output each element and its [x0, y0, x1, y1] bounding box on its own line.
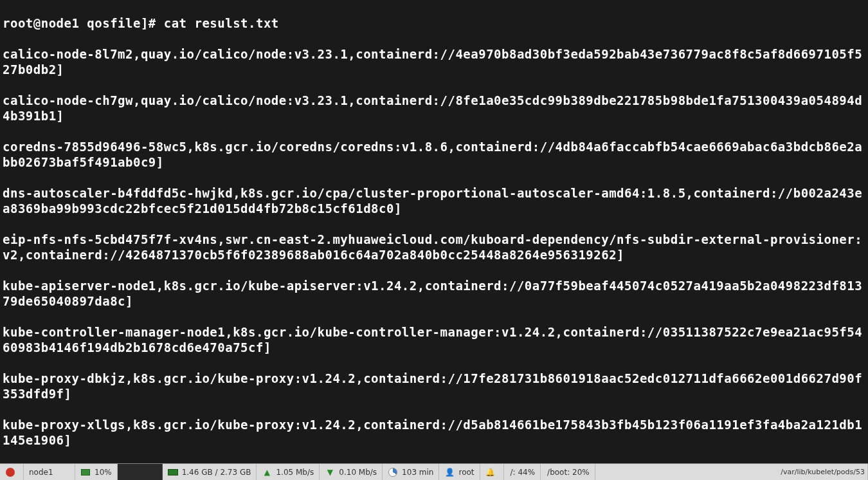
prompt-line: root@node1 qosfile]# cat resulst.txt — [3, 15, 865, 31]
notification-bell[interactable]: 🔔 — [480, 464, 504, 480]
path-display[interactable]: /var/lib/kubelet/pods/53 — [777, 464, 868, 480]
output-line: eip-nfs-nfs-5cbd475f7f-xv4ns,swr.cn-east… — [3, 232, 865, 263]
user-icon: 👤 — [444, 467, 455, 477]
taskbar: node1 10% 1.46 GB / 2.73 GB ▲ 1.05 Mb/s … — [0, 463, 868, 480]
arrow-down-icon: ▼ — [325, 467, 335, 477]
output-line: dns-autoscaler-b4fddfd5c-hwjkd,k8s.gcr.i… — [3, 185, 865, 216]
ram-monitor[interactable]: 1.46 GB / 2.73 GB — [163, 464, 257, 480]
output-line: kube-controller-manager-node1,k8s.gcr.io… — [3, 324, 865, 355]
output-line: calico-node-ch7gw,quay.io/calico/node:v3… — [3, 93, 865, 124]
net-download[interactable]: ▼ 0.10 Mb/s — [320, 464, 383, 480]
dark-applet[interactable] — [118, 464, 163, 480]
prompt: root@node1 qosfile]# — [3, 16, 164, 30]
user-display[interactable]: 👤 root — [439, 464, 480, 480]
output-line: kube-proxy-xllgs,k8s.gcr.io/kube-proxy:v… — [3, 417, 865, 448]
app-name[interactable]: node1 — [24, 464, 75, 480]
terminal[interactable]: root@node1 qosfile]# cat resulst.txt cal… — [0, 0, 868, 463]
bell-icon: 🔔 — [485, 467, 496, 477]
distro-icon — [5, 467, 15, 477]
net-upload[interactable]: ▲ 1.05 Mb/s — [257, 464, 320, 480]
output-line: calico-node-8l7m2,quay.io/calico/node:v3… — [3, 46, 865, 77]
cpu-monitor[interactable]: 10% — [75, 464, 118, 480]
output-line: coredns-7855d96496-58wc5,k8s.gcr.io/core… — [3, 139, 865, 170]
disk-boot[interactable]: /boot: 20% — [541, 464, 595, 480]
cpu-chip-icon — [80, 467, 91, 477]
countdown-icon — [388, 467, 398, 477]
output-line: kube-proxy-dbkjz,k8s.gcr.io/kube-proxy:v… — [3, 371, 865, 402]
uptime-monitor[interactable]: 103 min — [383, 464, 439, 480]
command: cat resulst.txt — [164, 16, 279, 30]
start-button[interactable] — [0, 464, 24, 480]
output-line: kube-apiserver-node1,k8s.gcr.io/kube-api… — [3, 278, 865, 309]
disk-root[interactable]: /: 44% — [504, 464, 541, 480]
arrow-up-icon: ▲ — [262, 467, 272, 477]
ram-icon — [168, 467, 178, 477]
